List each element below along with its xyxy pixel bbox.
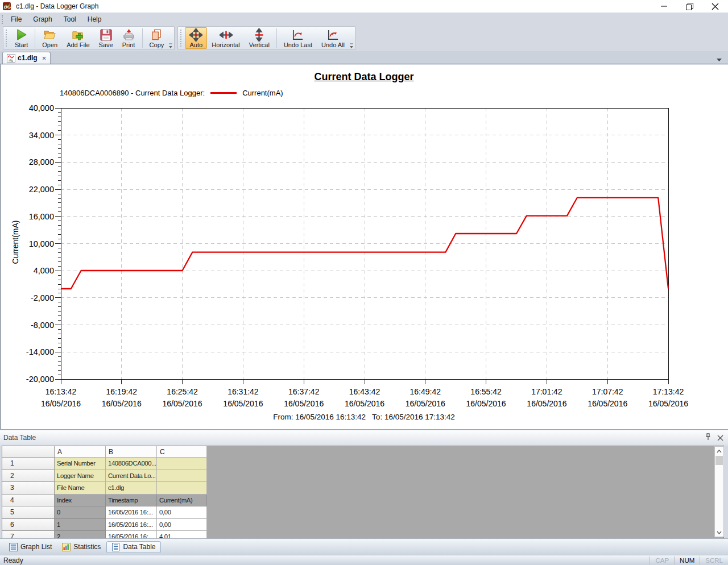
legend-series-label: Current(mA) [242,89,283,97]
x-tick-date-label: 16/05/2016 [648,399,688,408]
x-tick-date-label: 16/05/2016 [163,399,202,408]
menu-file[interactable]: File [5,14,27,25]
vertical-scrollbar[interactable] [714,446,724,537]
open-button[interactable]: Open [38,27,62,49]
grid-cell[interactable]: 16/05/2016 16:... [106,531,157,538]
pin-icon[interactable] [705,433,712,443]
grid-cell[interactable]: 16/05/2016 16:... [106,519,157,531]
toolbar-overflow-icon[interactable] [349,41,354,48]
x-tick-date-label: 16/05/2016 [345,399,384,408]
auto-icon [189,28,202,41]
open-icon [43,28,56,41]
print-icon [122,28,135,41]
grid-cell[interactable] [157,470,207,483]
y-tick-label: -20,000 [26,375,54,384]
grid-cell[interactable]: 4,01 [157,531,207,538]
grid-cell[interactable]: 0,00 [157,506,207,519]
undolast-icon [291,28,304,41]
row-header[interactable]: 3 [2,482,55,495]
y-tick-label: -2,000 [31,293,54,302]
document-tab[interactable]: .dlg c1.dlg × [2,52,51,64]
grid-cell[interactable]: Current(mA) [157,495,207,507]
grid-cell[interactable]: 2 [55,531,106,538]
y-tick-label: -14,000 [26,347,54,356]
close-button[interactable] [702,0,728,13]
row-header[interactable]: 2 [2,470,55,483]
menu-graph[interactable]: Graph [27,14,57,25]
grid-cell[interactable]: 16/05/2016 16:... [106,506,157,519]
bottom-tab-bar: Graph ListStatisticsData Table [0,538,728,555]
bottom-tab-data-table[interactable]: Data Table [106,541,160,553]
toolbar-overflow-icon[interactable] [168,41,173,48]
grid-cell[interactable]: Serial Number [55,458,106,470]
vertical-button[interactable]: Vertical [245,27,274,49]
x-tick-date-label: 16/05/2016 [588,399,627,408]
table-row: 3File Namec1.dlg [2,482,207,495]
bottom-tab-graph-list[interactable]: Graph List [5,542,56,552]
scrollbar-thumb[interactable] [715,456,723,465]
grid-cell[interactable]: Timestamp [106,495,157,507]
copy-button[interactable]: Copy [145,27,169,49]
print-button[interactable]: Print [118,27,140,49]
grid-corner-cell[interactable] [2,446,55,458]
menu-help[interactable]: Help [82,14,107,25]
horizontal-button[interactable]: Horizontal [207,27,245,49]
toolbar-button-label: Save [99,41,113,48]
x-tick-date-label: 16/05/2016 [466,399,506,408]
y-tick-label: 28,000 [29,157,54,167]
grid-cell[interactable]: Index [55,495,106,507]
y-tick-label: 4,000 [34,266,54,275]
tab-close-icon[interactable]: × [42,54,47,63]
grid-cell[interactable]: File Name [55,482,106,495]
auto-button[interactable]: Auto [185,27,207,49]
menu-bar: FileGraphToolHelp [0,13,728,26]
row-header[interactable]: 7 [2,531,55,538]
undo-last-button[interactable]: Undo Last [279,27,317,49]
toolbar-separator [276,28,277,48]
grid-cell[interactable] [157,458,207,470]
grid-cell[interactable]: c1.dlg [106,482,157,495]
menu-tool[interactable]: Tool [58,14,82,25]
panel-close-icon[interactable] [717,433,723,443]
start-button[interactable]: Start [10,27,32,49]
addfile-icon [72,28,85,41]
chart-range-label: From: 16/05/2016 16:13:42 To: 16/05/2016… [0,413,728,421]
menubar-drag-handle [2,15,4,24]
table-row: 6116/05/2016 16:...0,00 [2,519,207,531]
document-tab-label: c1.dlg [18,54,38,62]
app-icon: DG [3,2,12,11]
grid-cell[interactable]: Current Data Lo... [106,470,157,483]
toolbar-group-zoom-drag-handle [180,30,183,47]
undo-all-button[interactable]: Undo All [317,27,349,49]
status-indicator-scrl: SCRL [700,556,728,564]
x-tick-time-label: 16:31:42 [228,387,259,396]
scroll-up-icon[interactable] [715,447,723,455]
toolbar-group-file-drag-handle [6,30,8,47]
row-header[interactable]: 5 [2,506,55,519]
bottom-tab-statistics[interactable]: Statistics [57,542,105,552]
row-header[interactable]: 1 [2,458,55,470]
chart-plot[interactable]: 40,00034,00028,00022,00016,00010,0004,00… [0,64,728,429]
grid-cell[interactable]: 0 [55,506,106,519]
grid-cell[interactable]: 140806DCA000... [106,458,157,470]
title-bar: DG c1.dlg - Data Logger Graph [0,0,728,13]
restore-button[interactable] [677,0,702,13]
status-indicator-cap: CAP [650,556,674,564]
row-header[interactable]: 4 [2,495,55,507]
status-message: Ready [3,556,650,564]
scroll-down-icon[interactable] [715,528,723,537]
tab-list-chevron-icon[interactable] [716,54,722,64]
grid-cell[interactable] [157,482,207,495]
column-header-a[interactable]: A [55,446,106,458]
column-header-b[interactable]: B [106,446,157,458]
start-icon [15,28,28,41]
grid-cell[interactable]: 0,00 [157,519,207,531]
y-tick-label: 22,000 [29,185,54,194]
minimize-button[interactable] [651,0,677,13]
row-header[interactable]: 6 [2,519,55,531]
column-header-c[interactable]: C [157,446,207,458]
add-file-button[interactable]: Add File [62,27,94,49]
grid-cell[interactable]: 1 [55,519,106,531]
save-button[interactable]: Save [94,27,118,49]
grid-cell[interactable]: Logger Name [55,470,106,483]
